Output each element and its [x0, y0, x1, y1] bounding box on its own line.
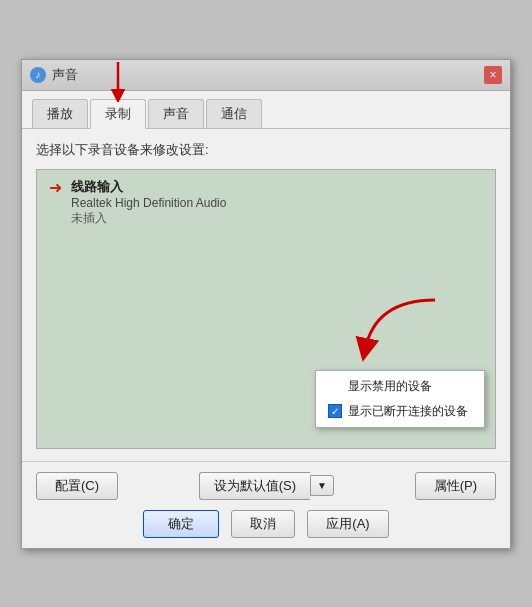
device-item-linein: ➜ 线路输入 Realtek High Definition Audio 未插入: [45, 178, 487, 227]
window-title: 声音: [52, 66, 78, 84]
context-menu: 显示禁用的设备 显示已断开连接的设备: [315, 370, 485, 428]
configure-button[interactable]: 配置(C): [36, 472, 118, 500]
sound-icon: ♪: [30, 67, 46, 83]
device-icon: ➜: [45, 178, 65, 198]
device-sub: Realtek High Definition Audio: [71, 196, 226, 210]
tab-record[interactable]: 录制: [90, 99, 146, 129]
context-menu-item-show-disconnected[interactable]: 显示已断开连接的设备: [316, 399, 484, 424]
cancel-button[interactable]: 取消: [231, 510, 295, 538]
device-text: 线路输入 Realtek High Definition Audio 未插入: [71, 178, 226, 227]
bottom-buttons: 配置(C) 设为默认值(S) ▼ 属性(P) 确定 取消 应用(A): [22, 461, 510, 548]
set-default-button[interactable]: 设为默认值(S): [199, 472, 310, 500]
set-default-dropdown[interactable]: ▼: [310, 475, 334, 496]
button-row-bottom: 确定 取消 应用(A): [36, 510, 496, 538]
annotation-arrow: [355, 290, 455, 380]
tab-comms[interactable]: 通信: [206, 99, 262, 128]
sound-dialog: ♪ 声音 × 播放 录制 声音 通信: [21, 59, 511, 549]
properties-button[interactable]: 属性(P): [415, 472, 496, 500]
check-empty: [328, 379, 342, 393]
device-list[interactable]: ➜ 线路输入 Realtek High Definition Audio 未插入: [36, 169, 496, 449]
arrow-right-icon: ➜: [49, 178, 62, 197]
tab-playback[interactable]: 播放: [32, 99, 88, 128]
description-text: 选择以下录音设备来修改设置:: [36, 141, 496, 159]
device-status: 未插入: [71, 210, 226, 227]
ok-button[interactable]: 确定: [143, 510, 219, 538]
close-button[interactable]: ×: [484, 66, 502, 84]
content-area: 选择以下录音设备来修改设置: ➜ 线路输入 Realtek High Defin…: [22, 129, 510, 461]
title-bar: ♪ 声音 ×: [22, 60, 510, 91]
check-checked: [328, 404, 342, 418]
device-name: 线路输入: [71, 178, 226, 196]
set-default-split: 设为默认值(S) ▼: [199, 472, 334, 500]
context-menu-item-show-disabled[interactable]: 显示禁用的设备: [316, 374, 484, 399]
apply-button[interactable]: 应用(A): [307, 510, 388, 538]
tabs-bar: 播放 录制 声音 通信: [22, 91, 510, 129]
title-bar-left: ♪ 声音: [30, 66, 78, 84]
tab-sound[interactable]: 声音: [148, 99, 204, 128]
button-row-top: 配置(C) 设为默认值(S) ▼ 属性(P): [36, 472, 496, 500]
